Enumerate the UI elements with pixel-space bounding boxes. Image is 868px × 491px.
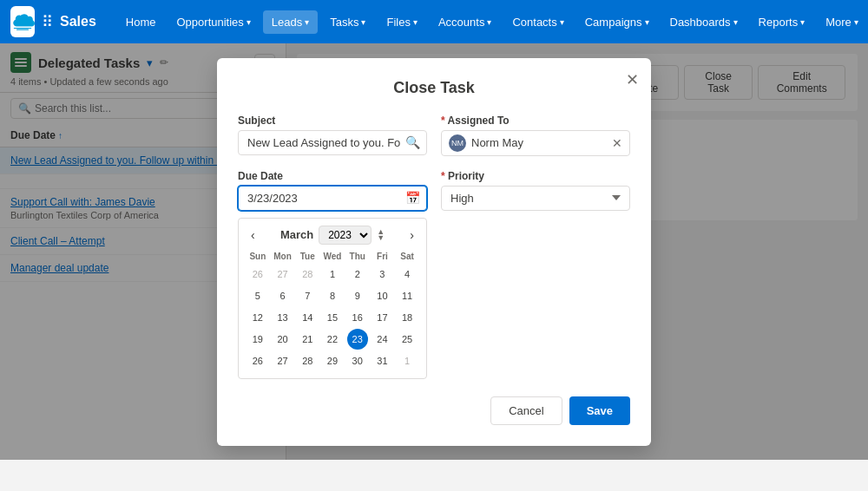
due-date-field: Due Date 📅 ‹ March 2022 bbox=[238, 170, 427, 379]
day-header-mon: Mon bbox=[271, 250, 295, 263]
day-header-wed: Wed bbox=[320, 250, 345, 263]
cal-day-selected[interactable]: 23 bbox=[347, 329, 368, 350]
day-header-thu: Thu bbox=[345, 250, 370, 263]
priority-select[interactable]: High Normal Low bbox=[441, 186, 630, 211]
chevron-down-icon: ▾ bbox=[560, 17, 564, 27]
cal-month: March bbox=[280, 228, 313, 241]
salesforce-logo[interactable] bbox=[10, 6, 35, 37]
nav-leads[interactable]: Leads ▾ bbox=[263, 10, 318, 34]
nav-dashboards[interactable]: Dashboards ▾ bbox=[661, 10, 746, 34]
cal-day[interactable]: 13 bbox=[273, 307, 293, 328]
cal-day[interactable]: 4 bbox=[397, 264, 418, 285]
clear-assigned-button[interactable]: ✕ bbox=[612, 136, 622, 150]
nav-opportunities[interactable]: Opportunities ▾ bbox=[168, 10, 260, 34]
cal-day[interactable]: 10 bbox=[372, 285, 392, 306]
chevron-down-icon: ▾ bbox=[413, 17, 418, 27]
cal-day[interactable]: 20 bbox=[273, 329, 293, 350]
subject-input[interactable] bbox=[238, 130, 427, 155]
due-date-label: Due Date bbox=[238, 170, 427, 182]
chevron-down-icon: ▾ bbox=[733, 17, 738, 27]
chevron-down-icon: ▾ bbox=[800, 17, 805, 27]
waffle-icon[interactable]: ⠿ bbox=[42, 12, 53, 31]
nav-campaigns[interactable]: Campaigns ▾ bbox=[576, 10, 658, 34]
cal-year-select[interactable]: 2022 2023 2024 bbox=[319, 226, 372, 245]
cal-day[interactable]: 26 bbox=[247, 350, 268, 371]
main-layout: Delegated Tasks ▾ ✏ ▾ 4 items • Updated … bbox=[0, 43, 868, 460]
assigned-name: Norm May bbox=[471, 136, 607, 149]
cal-day[interactable]: 21 bbox=[297, 329, 318, 350]
subject-field: Subject 🔍 bbox=[238, 115, 427, 156]
priority-label: * Priority bbox=[441, 170, 630, 182]
cal-day[interactable]: 24 bbox=[372, 329, 392, 350]
cal-day[interactable]: 11 bbox=[397, 285, 418, 306]
cal-day[interactable]: 31 bbox=[372, 350, 392, 371]
day-header-sat: Sat bbox=[395, 250, 419, 263]
assigned-to-field: * Assigned To NM Norm May ✕ bbox=[441, 115, 630, 156]
chevron-down-icon: ▾ bbox=[645, 17, 649, 27]
calendar-grid: Sun Mon Tue Wed Thu Fri Sat 26 27 28 1 bbox=[246, 250, 419, 371]
top-nav: ⠿ Sales Home Opportunities ▾ Leads ▾ Tas… bbox=[0, 0, 868, 43]
close-task-modal: ✕ Close Task Subject 🔍 * Assigned To bbox=[217, 58, 651, 446]
nav-home[interactable]: Home bbox=[117, 10, 165, 34]
next-month-button[interactable]: › bbox=[404, 226, 419, 244]
prev-month-button[interactable]: ‹ bbox=[246, 226, 260, 244]
nav-tasks[interactable]: Tasks ▾ bbox=[321, 10, 374, 34]
cal-day[interactable]: 3 bbox=[372, 264, 392, 285]
nav-accounts[interactable]: Accounts ▾ bbox=[430, 10, 500, 34]
cal-day[interactable]: 8 bbox=[322, 285, 343, 306]
cal-day[interactable]: 5 bbox=[247, 285, 268, 306]
modal-close-button[interactable]: ✕ bbox=[626, 70, 639, 89]
calendar-icon[interactable]: 📅 bbox=[405, 191, 420, 205]
cal-day[interactable]: 12 bbox=[247, 307, 268, 328]
day-header-tue: Tue bbox=[295, 250, 319, 263]
due-date-input[interactable] bbox=[238, 186, 427, 211]
modal-footer: Cancel Save bbox=[238, 396, 630, 425]
cal-day[interactable]: 15 bbox=[322, 307, 343, 328]
cal-day[interactable]: 1 bbox=[397, 350, 418, 371]
cal-day[interactable]: 22 bbox=[322, 329, 343, 350]
cal-day[interactable]: 19 bbox=[247, 329, 268, 350]
chevron-down-icon: ▾ bbox=[305, 17, 309, 27]
cal-day[interactable]: 25 bbox=[397, 329, 418, 350]
date-picker-calendar: ‹ March 2022 2023 2024 ▲▼ › bbox=[238, 218, 427, 379]
nav-items: Home Opportunities ▾ Leads ▾ Tasks ▾ Fil… bbox=[117, 10, 867, 34]
cal-day[interactable]: 7 bbox=[297, 285, 318, 306]
chevron-down-icon: ▾ bbox=[361, 17, 365, 27]
day-header-sun: Sun bbox=[246, 250, 270, 263]
cal-day[interactable]: 1 bbox=[322, 264, 343, 285]
nav-contacts[interactable]: Contacts ▾ bbox=[503, 10, 572, 34]
chevron-down-icon: ▾ bbox=[854, 17, 858, 27]
cal-day[interactable]: 29 bbox=[322, 350, 343, 371]
priority-field: * Priority High Normal Low bbox=[441, 170, 630, 211]
cal-day[interactable]: 28 bbox=[297, 264, 318, 285]
app-name: Sales bbox=[60, 14, 96, 29]
assigned-to-value: NM Norm May ✕ bbox=[441, 130, 630, 156]
cal-day[interactable]: 14 bbox=[297, 307, 318, 328]
modal-title: Close Task bbox=[238, 79, 630, 97]
nav-files[interactable]: Files ▾ bbox=[378, 10, 425, 34]
cal-day[interactable]: 26 bbox=[247, 264, 268, 285]
search-icon[interactable]: 🔍 bbox=[405, 135, 420, 149]
subject-label: Subject bbox=[238, 115, 427, 127]
save-button[interactable]: Save bbox=[569, 396, 630, 425]
cal-day[interactable]: 30 bbox=[347, 350, 368, 371]
cal-day[interactable]: 28 bbox=[297, 350, 318, 371]
modal-form: Subject 🔍 * Assigned To NM Norm May bbox=[238, 115, 630, 379]
cal-day[interactable]: 6 bbox=[273, 285, 293, 306]
assigned-avatar: NM bbox=[449, 134, 466, 152]
cancel-button[interactable]: Cancel bbox=[490, 396, 562, 425]
modal-overlay[interactable]: ✕ Close Task Subject 🔍 * Assigned To bbox=[0, 43, 868, 460]
cal-day[interactable]: 27 bbox=[273, 264, 293, 285]
cal-day[interactable]: 16 bbox=[347, 307, 368, 328]
nav-more[interactable]: More ▾ bbox=[817, 10, 867, 34]
day-header-fri: Fri bbox=[371, 250, 395, 263]
cal-day[interactable]: 9 bbox=[347, 285, 368, 306]
cal-day[interactable]: 18 bbox=[397, 307, 418, 328]
nav-reports[interactable]: Reports ▾ bbox=[750, 10, 814, 34]
chevron-down-icon: ▾ bbox=[247, 17, 251, 27]
chevron-down-icon: ▾ bbox=[487, 17, 491, 27]
cal-day[interactable]: 17 bbox=[372, 307, 392, 328]
cal-day[interactable]: 27 bbox=[273, 350, 293, 371]
cal-day[interactable]: 2 bbox=[347, 264, 368, 285]
assigned-to-label: * Assigned To bbox=[441, 115, 630, 127]
